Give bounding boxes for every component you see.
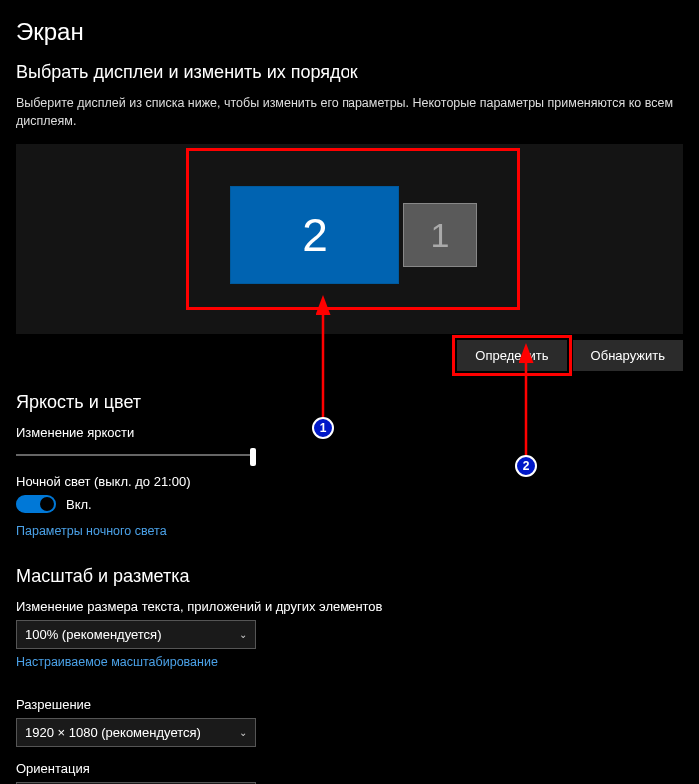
custom-scaling-link[interactable]: Настраиваемое масштабирование [16, 655, 218, 669]
resolution-label: Разрешение [16, 697, 683, 712]
display-arrangement-area[interactable]: 2 1 [16, 144, 683, 334]
night-light-toggle[interactable] [16, 495, 56, 513]
monitor-1[interactable]: 1 [403, 203, 477, 267]
orientation-label: Ориентация [16, 761, 683, 776]
text-scale-value: 100% (рекомендуется) [25, 627, 161, 642]
brightness-slider-label: Изменение яркости [16, 425, 683, 440]
rearrange-description: Выберите дисплей из списка ниже, чтобы и… [16, 95, 683, 130]
resolution-value: 1920 × 1080 (рекомендуется) [25, 725, 201, 740]
resolution-select[interactable]: 1920 × 1080 (рекомендуется) ⌄ [16, 718, 256, 747]
rearrange-heading: Выбрать дисплеи и изменить их порядок [16, 62, 683, 83]
night-light-settings-link[interactable]: Параметры ночного света [16, 524, 167, 538]
detect-button[interactable]: Обнаружить [573, 340, 683, 371]
scale-heading: Масштаб и разметка [16, 566, 683, 587]
identify-button[interactable]: Определить [457, 340, 566, 371]
night-light-label: Ночной свет (выкл. до 21:00) [16, 474, 683, 489]
monitor-2[interactable]: 2 [230, 186, 399, 284]
chevron-down-icon: ⌄ [239, 629, 247, 640]
toggle-knob [40, 497, 54, 511]
night-light-toggle-state: Вкл. [66, 497, 92, 512]
chevron-down-icon: ⌄ [239, 727, 247, 738]
text-scale-select[interactable]: 100% (рекомендуется) ⌄ [16, 620, 256, 649]
brightness-heading: Яркость и цвет [16, 392, 683, 413]
brightness-slider-thumb[interactable] [250, 448, 256, 466]
page-title: Экран [16, 18, 683, 46]
text-scale-label: Изменение размера текста, приложений и д… [16, 599, 683, 614]
brightness-slider[interactable] [16, 454, 256, 456]
